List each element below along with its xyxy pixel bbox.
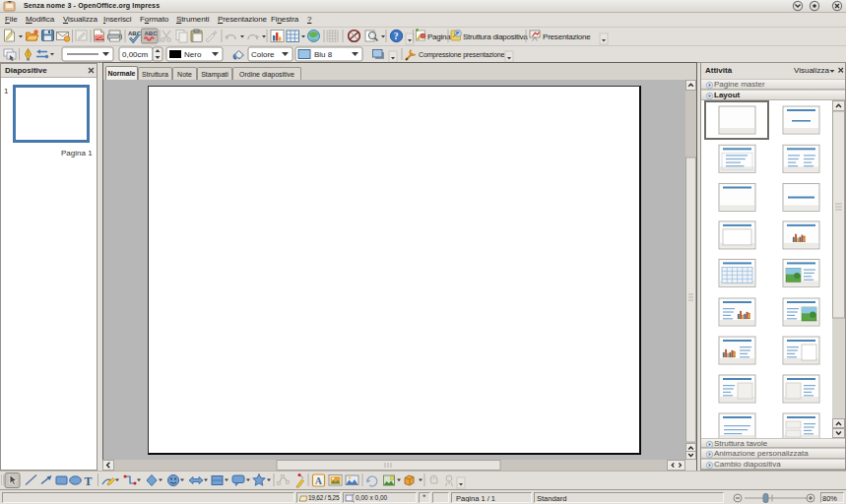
svg-text:ABC: ABC — [145, 31, 159, 36]
svg-text:Nero: Nero — [184, 50, 202, 59]
svg-text:Blu 8: Blu 8 — [314, 50, 333, 59]
svg-text:PDF: PDF — [96, 35, 104, 40]
svg-text:Compressione presentazione: Compressione presentazione — [419, 51, 504, 59]
svg-text:0,00cm: 0,00cm — [122, 50, 149, 59]
svg-text:A: A — [315, 475, 323, 486]
svg-text:Struttura diapositiva: Struttura diapositiva — [463, 32, 528, 41]
svg-text:Colore: Colore — [251, 50, 275, 59]
svg-text:?: ? — [394, 32, 399, 41]
svg-text:T: T — [85, 474, 93, 488]
svg-text:Presentazione: Presentazione — [543, 32, 591, 41]
